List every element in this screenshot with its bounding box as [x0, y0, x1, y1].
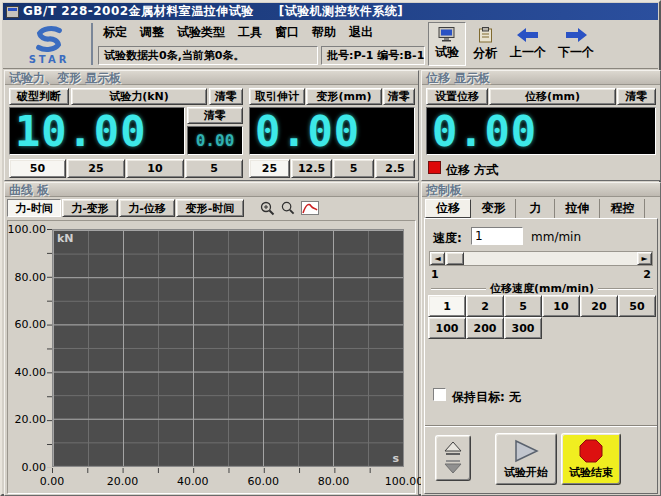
speed-100-button[interactable]: 100: [428, 317, 466, 339]
displacement-clear-button[interactable]: 清零: [617, 88, 656, 105]
y-tick-label: 80.00: [15, 270, 47, 283]
ctab-displacement[interactable]: 位移: [425, 199, 471, 218]
star-logo-icon: [32, 24, 66, 54]
chart-x-axis-labels: 0.00 20.00 40.00 60.00 80.00 100.00: [52, 475, 404, 488]
extensometer-button[interactable]: 取引伸计: [249, 88, 305, 105]
speed-group-label: 位移速度(mm/min): [490, 281, 594, 296]
window-title: GB/T 228-2002金属材料室温拉伸试验 [试验机测控软件系统]: [23, 3, 403, 20]
toolbar-test-button[interactable]: 试验: [428, 22, 466, 66]
status-data-count: 试验数据共0条,当前第0条。: [98, 46, 318, 65]
hold-target-checkbox[interactable]: [433, 388, 446, 401]
legend-line: [431, 288, 486, 290]
speed-unit-label: mm/min: [531, 230, 581, 244]
force-range-5-button[interactable]: 5: [185, 159, 243, 178]
test-start-button[interactable]: 试验开始: [495, 433, 557, 485]
x-tick-label: 100.00: [385, 475, 424, 488]
menu-adjust[interactable]: 调整: [140, 24, 164, 41]
force-range-50-button[interactable]: 50: [9, 159, 66, 178]
grid-spacer: [580, 317, 618, 339]
ctab-program[interactable]: 程控: [601, 199, 645, 218]
ctab-deform[interactable]: 变形: [472, 199, 516, 218]
magnifier-plus-icon: [260, 201, 275, 216]
displacement-label-button[interactable]: 位移(mm): [489, 88, 616, 105]
speed-300-button[interactable]: 300: [504, 317, 542, 339]
chart-y-axis-labels: 100.00 80.00 60.00 40.00 20.00 0.00: [8, 229, 46, 467]
speed-200-button[interactable]: 200: [466, 317, 504, 339]
toolbar-analyze-button[interactable]: 分析: [466, 22, 504, 66]
menu-window[interactable]: 窗口: [275, 24, 299, 41]
toolbar-next-button[interactable]: 下一个: [552, 22, 600, 66]
displacement-mode-label: 位移 方式: [446, 162, 498, 179]
set-displacement-button[interactable]: 设置位移: [426, 88, 488, 105]
slider-right-arrow[interactable]: ►: [637, 252, 652, 265]
speed-20-button[interactable]: 20: [580, 295, 618, 317]
control-panel-title: 控制板: [422, 183, 660, 197]
speed-5-button[interactable]: 5: [504, 295, 542, 317]
peak-clear-button[interactable]: 清零: [187, 107, 243, 124]
force-label-button[interactable]: 试验力(kN): [71, 88, 207, 105]
break-judge-button[interactable]: 破型判断: [9, 88, 69, 105]
logo-text: STAR: [29, 54, 70, 65]
jog-button[interactable]: [435, 435, 471, 481]
deform-clear-button[interactable]: 清零: [383, 88, 415, 105]
force-clear-button[interactable]: 清零: [209, 88, 243, 105]
displacement-mode-indicator: [428, 161, 441, 174]
y-tick-label: 0.00: [22, 461, 47, 474]
force-range-25-button[interactable]: 25: [67, 159, 125, 178]
speed-2-button[interactable]: 2: [466, 295, 504, 317]
force-value-display: 10.00: [9, 107, 185, 155]
deform-range-12.5-button[interactable]: 12.5: [291, 159, 332, 178]
deform-range-25-button[interactable]: 25: [249, 159, 290, 178]
grid-spacer: [618, 317, 656, 339]
menu-help[interactable]: 帮助: [312, 24, 336, 41]
menu-tools[interactable]: 工具: [238, 24, 262, 41]
play-triangle-icon: [513, 439, 539, 463]
app-window: GB/T 228-2002金属材料室温拉伸试验 [试验机测控软件系统] STAR…: [0, 0, 661, 496]
speed-1-button[interactable]: 1: [428, 295, 466, 317]
displacement-panel-title: 位移 显示板: [422, 71, 660, 85]
toolbar-previous-button[interactable]: 上一个: [504, 22, 552, 66]
menu-exit[interactable]: 退出: [349, 24, 373, 41]
ctab-tensile[interactable]: 拉伸: [556, 199, 600, 218]
toolbar-next-label: 下一个: [558, 44, 594, 61]
grid-spacer: [542, 317, 580, 339]
menubar: 标定 调整 试验类型 工具 窗口 帮助 退出: [103, 24, 373, 40]
slider-thumb[interactable]: [446, 252, 464, 265]
zoom-in-button[interactable]: [257, 199, 277, 217]
speed-slider[interactable]: ◄ ►: [429, 251, 653, 266]
tab-deform-time[interactable]: 变形-时间: [176, 199, 244, 217]
x-tick-label: 40.00: [177, 475, 209, 488]
speed-50-button[interactable]: 50: [618, 295, 656, 317]
force-range-10-button[interactable]: 10: [126, 159, 184, 178]
deform-label-button[interactable]: 变形(mm): [306, 88, 382, 105]
deform-range-5-button[interactable]: 5: [333, 159, 374, 178]
zoom-out-button[interactable]: [279, 199, 297, 217]
speed-button-grid: 1 2 5 10 20 50 100 200 300: [428, 295, 656, 339]
ctab-force[interactable]: 力: [517, 199, 555, 218]
x-tick-label: 80.00: [318, 475, 350, 488]
x-tick-label: 0.00: [40, 475, 65, 488]
speed-input[interactable]: [471, 227, 523, 245]
toolbar-test-label: 试验: [435, 44, 459, 61]
separator: [425, 425, 657, 427]
displacement-panel: 位移 显示板 设置位移 位移(mm) 清零 0.00 位移 方式: [421, 70, 661, 181]
arrow-right-icon: [565, 28, 587, 42]
curve-panel-title: 曲线 板: [5, 183, 418, 197]
menu-calibrate[interactable]: 标定: [103, 24, 127, 41]
app-icon: [6, 6, 19, 18]
speed-10-button[interactable]: 10: [542, 295, 580, 317]
y-tick-label: 100.00: [8, 223, 47, 236]
deform-range-2.5-button[interactable]: 2.5: [375, 159, 415, 178]
x-axis-ticks: [52, 468, 405, 473]
app-logo: STAR: [9, 21, 89, 67]
curve-view-button[interactable]: [299, 199, 321, 217]
menu-test-type[interactable]: 试验类型: [177, 24, 225, 41]
slider-min-label: 1: [431, 268, 439, 281]
tab-force-time[interactable]: 力-时间: [7, 199, 61, 217]
test-stop-button[interactable]: 试验结束: [561, 433, 621, 485]
tab-force-displacement[interactable]: 力-位移: [119, 199, 175, 217]
tab-force-deform[interactable]: 力-变形: [62, 199, 118, 217]
status-batch-number: 批号:P-1 编号:B-1: [321, 46, 425, 65]
peak-force-display: 0.00: [187, 126, 243, 155]
slider-left-arrow[interactable]: ◄: [430, 252, 445, 265]
